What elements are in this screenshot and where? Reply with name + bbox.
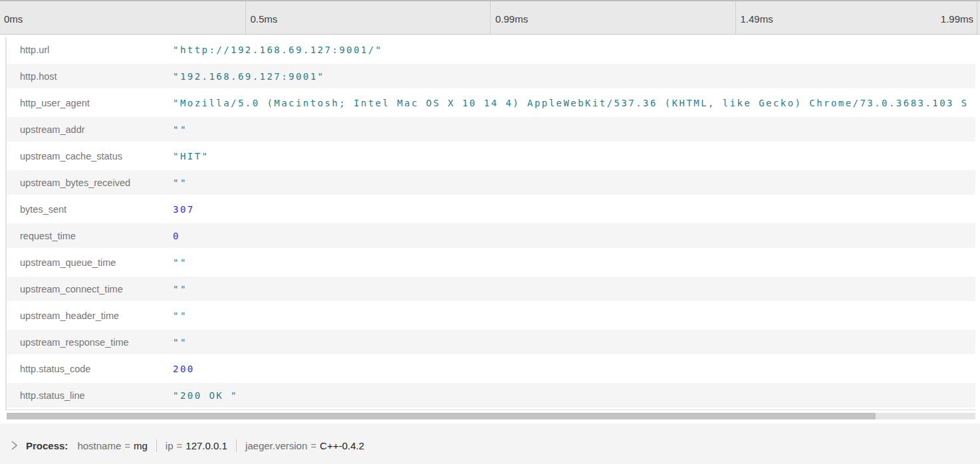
tag-row: http.status_line "200 OK " [7,383,975,409]
tag-value: "192.168.69.127:9001" [173,71,975,82]
tag-key: upstream_connect_time [7,284,173,294]
tag-value: 0 [173,231,975,241]
tag-row: http.url "http://192.168.69.127:9001/" [7,37,975,64]
process-value: mg [134,440,148,451]
tag-row: upstream_header_time "" [7,303,975,330]
process-section: Process: hostname = mg ip = 127.0.0.1 ja… [0,423,980,464]
horizontal-scrollbar[interactable] [7,413,975,419]
process-row[interactable]: Process: hostname = mg ip = 127.0.0.1 ja… [11,439,980,451]
tag-key: http.host [7,71,173,82]
ruler-tick-label: 0ms [4,1,23,35]
tag-row: upstream_response_time "" [7,330,975,356]
tag-key: upstream_queue_time [7,257,173,268]
process-kv-jaeger-version: jaeger.version = C++-0.4.2 [245,440,364,451]
tag-value: "Mozilla/5.0 (Macintosh; Intel Mac OS X … [173,98,975,108]
tag-row: http.status_code 200 [7,356,975,383]
tag-row: upstream_cache_status "HIT" [7,144,975,170]
process-kv-ip: ip = 127.0.0.1 [166,440,227,451]
tag-row: bytes_sent 307 [7,197,975,223]
tag-row: upstream_queue_time "" [7,250,975,277]
ruler-tick [977,1,977,34]
tag-key: http.url [7,45,173,55]
ruler-tick-label: 1.99ms [941,1,973,35]
tag-key: http.status_line [7,390,173,401]
timeline-ruler[interactable]: 0ms 0.5ms 0.99ms 1.49ms 1.99ms [0,0,980,35]
process-label: Process: [26,440,68,451]
tag-value: "" [173,177,975,188]
tag-value: "" [173,124,975,135]
process-value: C++-0.4.2 [320,440,364,451]
tag-value: "" [173,284,975,294]
tag-row: request_time 0 [7,223,975,250]
tag-value: "" [173,337,975,348]
tag-key: upstream_cache_status [7,151,173,162]
tag-value: "http://192.168.69.127:9001/" [173,45,975,55]
ruler-tick [245,1,246,34]
chevron-right-icon[interactable] [11,440,18,451]
process-key: ip [166,440,174,451]
tag-key: upstream_addr [7,124,173,135]
process-key: hostname [77,440,121,451]
tag-value: "HIT" [173,151,975,162]
separator [156,439,157,451]
process-value: 127.0.0.1 [185,440,227,451]
separator [236,439,237,451]
tag-value: "" [173,310,975,321]
tag-value: "200 OK " [173,390,975,401]
equals-sign: = [124,440,130,451]
equals-sign: = [177,440,183,451]
tag-row: http.host "192.168.69.127:9001" [7,64,975,90]
process-kv-hostname: hostname = mg [77,440,147,451]
tag-row: http_user_agent "Mozilla/5.0 (Macintosh;… [7,90,975,117]
tag-key: http.status_code [7,364,173,374]
ruler-tick-label: 0.5ms [251,1,278,35]
tag-key: http_user_agent [7,98,173,108]
tag-key: upstream_bytes_received [7,177,173,188]
span-detail-panel: 0ms 0.5ms 0.99ms 1.49ms 1.99ms http.url … [0,0,980,464]
tag-key: upstream_header_time [7,310,173,321]
process-key: jaeger.version [245,440,307,451]
tag-value: 307 [173,204,975,215]
scrollbar-thumb[interactable] [7,413,876,419]
tag-row: upstream_addr "" [7,117,975,144]
tag-key: upstream_response_time [7,337,173,348]
ruler-tick-label: 1.49ms [741,1,773,35]
tag-value: "" [173,257,975,268]
tag-key: bytes_sent [7,204,173,215]
tag-value: 200 [173,364,975,374]
ruler-tick-label: 0.99ms [495,1,528,35]
tag-key: request_time [7,231,173,241]
ruler-tick [735,1,736,34]
span-tags-table: http.url "http://192.168.69.127:9001/" h… [5,37,975,410]
tag-row: upstream_bytes_received "" [7,170,975,197]
ruler-tick [490,1,491,34]
equals-sign: = [310,440,316,451]
tag-row: upstream_connect_time "" [7,277,975,303]
